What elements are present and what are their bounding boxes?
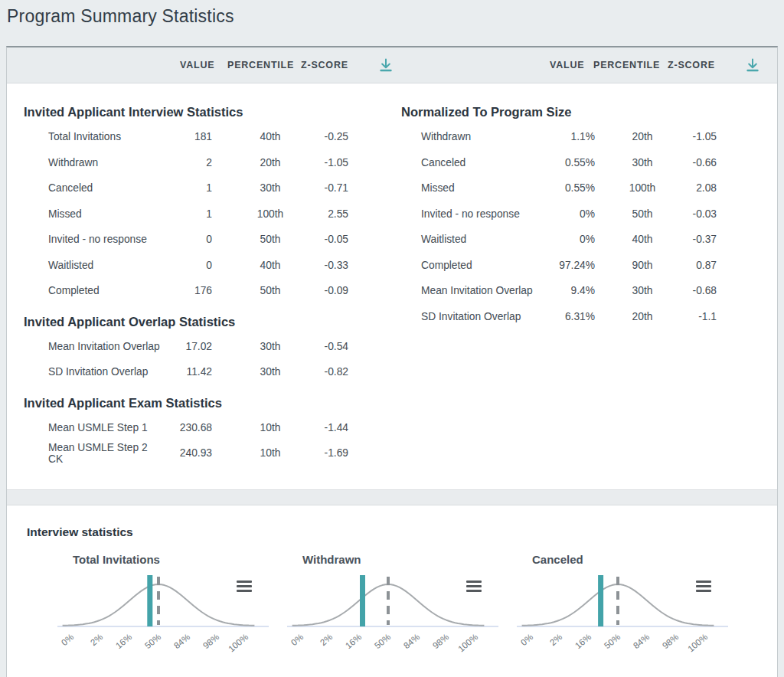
row-value: 17.02 xyxy=(160,341,218,352)
row-value: 0% xyxy=(543,234,596,245)
row-label: Completed xyxy=(393,260,543,271)
stats-panel-right: Normalized To Program SizeWithdrawn1.1%2… xyxy=(393,105,778,466)
section-divider xyxy=(7,489,777,505)
tick-label: 84% xyxy=(172,632,191,650)
distribution-chart: Total Invitations0%2%16%50%84%98%100% xyxy=(48,553,278,661)
zscore-column-header: Z-SCORE xyxy=(301,60,348,70)
tick-label: 2% xyxy=(548,632,564,647)
distribution-curve xyxy=(522,584,714,626)
row-label: Withdrawn xyxy=(393,131,543,142)
percentile-marker xyxy=(598,575,603,626)
row-label: Invited - no response xyxy=(7,234,160,245)
row-label: Canceled xyxy=(393,157,543,168)
row-zscore: -0.03 xyxy=(688,208,724,220)
table-row: Mean Invitation Overlap9.4%30th-0.68 xyxy=(393,278,778,304)
table-row: Completed97.24%90th0.87 xyxy=(393,253,778,279)
row-percentile: 30th xyxy=(596,157,688,168)
row-label: Mean USMLE Step 2 CK xyxy=(7,442,160,465)
section-title: Normalized To Program Size xyxy=(393,105,778,119)
row-label: Missed xyxy=(7,208,160,220)
row-percentile: 20th xyxy=(218,157,322,168)
chart-title: Canceled xyxy=(532,553,737,566)
tick-label: 50% xyxy=(143,632,162,650)
value-column-header: VALUE xyxy=(550,60,584,70)
row-value: 230.68 xyxy=(160,422,218,433)
row-zscore: -1.69 xyxy=(322,447,353,459)
table-row: Invited - no response0%50th-0.03 xyxy=(393,201,778,227)
tick-label: 16% xyxy=(114,632,133,650)
page-title: Program Summary Statistics xyxy=(7,6,784,27)
chart-menu-icon[interactable] xyxy=(696,581,711,594)
table-row: Total Invitations18140th-0.25 xyxy=(7,124,393,150)
percentile-marker xyxy=(360,575,365,626)
row-zscore: -0.66 xyxy=(688,157,724,168)
row-zscore: -0.68 xyxy=(688,285,724,296)
row-percentile: 30th xyxy=(218,182,322,194)
section-title: Invited Applicant Interview Statistics xyxy=(7,105,393,119)
table-row: Missed1100th2.55 xyxy=(7,201,393,227)
row-label: SD Invitation Overlap xyxy=(393,311,543,322)
row-label: Total Invitations xyxy=(7,131,160,142)
tick-label: 84% xyxy=(402,632,421,650)
row-zscore: 0.87 xyxy=(688,260,724,271)
row-zscore: -0.71 xyxy=(322,182,353,194)
row-percentile: 50th xyxy=(218,234,322,245)
tick-label: 0% xyxy=(519,632,534,647)
row-zscore: -0.25 xyxy=(322,131,353,142)
menu-bar xyxy=(696,590,711,593)
tick-label: 100% xyxy=(227,632,250,653)
tick-label: 98% xyxy=(201,632,220,650)
row-value: 0.55% xyxy=(543,182,596,194)
row-zscore: -1.05 xyxy=(688,131,724,142)
row-value: 1 xyxy=(160,182,218,194)
row-label: Mean USMLE Step 1 xyxy=(7,422,160,433)
zscore-column-header: Z-SCORE xyxy=(668,60,715,70)
row-percentile: 100th xyxy=(218,208,322,220)
table-row: Missed0.55%100th2.08 xyxy=(393,175,778,201)
chart-menu-icon[interactable] xyxy=(466,581,482,594)
row-zscore: -0.33 xyxy=(322,260,353,271)
tick-label: 50% xyxy=(603,632,622,650)
stats-panel-left: Invited Applicant Interview StatisticsTo… xyxy=(7,105,393,466)
row-percentile: 30th xyxy=(218,366,322,378)
chart-title: Total Invitations xyxy=(73,553,278,566)
charts-section: Interview statistics Total Invitations0%… xyxy=(7,505,777,661)
distribution-chart: Canceled0%2%16%50%84%98%100% xyxy=(508,553,737,661)
row-percentile: 30th xyxy=(218,341,322,352)
row-zscore: -0.37 xyxy=(688,234,724,245)
tick-label: 84% xyxy=(632,632,651,650)
download-button[interactable] xyxy=(743,55,763,75)
tick-label: 0% xyxy=(60,632,75,647)
section-title: Invited Applicant Overlap Statistics xyxy=(7,315,393,329)
table-row: Waitlisted0%40th-0.37 xyxy=(393,227,778,253)
charts-section-title: Interview statistics xyxy=(27,525,777,539)
distribution-curve xyxy=(292,584,485,626)
row-value: 0% xyxy=(543,208,596,220)
menu-bar xyxy=(466,590,482,593)
row-label: Waitlisted xyxy=(7,260,160,271)
tick-label: 98% xyxy=(661,632,680,650)
distribution-chart: Withdrawn0%2%16%50%84%98%100% xyxy=(278,553,508,661)
tick-label: 16% xyxy=(344,632,363,650)
row-zscore: -0.09 xyxy=(322,285,353,296)
row-label: Waitlisted xyxy=(393,234,543,245)
charts-row: Total Invitations0%2%16%50%84%98%100%Wit… xyxy=(7,553,777,661)
row-value: 2 xyxy=(160,157,218,168)
percentile-column-header: PERCENTILE xyxy=(227,60,294,70)
row-zscore: -1.44 xyxy=(322,422,353,433)
section-title: Invited Applicant Exam Statistics xyxy=(7,396,393,410)
table-row: Waitlisted040th-0.33 xyxy=(7,253,393,279)
menu-bar xyxy=(237,590,252,593)
menu-bar xyxy=(466,581,482,584)
row-value: 1.1% xyxy=(543,131,596,142)
chart-menu-icon[interactable] xyxy=(237,581,252,594)
table-row: Mean Invitation Overlap17.0230th-0.54 xyxy=(7,334,393,360)
table-row: Withdrawn1.1%20th-1.05 xyxy=(393,124,778,150)
row-label: Mean Invitation Overlap xyxy=(393,285,543,296)
row-label: Canceled xyxy=(7,182,160,194)
row-value: 1 xyxy=(160,208,218,220)
tick-label: 100% xyxy=(686,632,709,653)
menu-bar xyxy=(237,581,252,584)
table-row: Mean USMLE Step 2 CK240.9310th-1.69 xyxy=(7,440,393,466)
download-icon xyxy=(744,57,761,74)
